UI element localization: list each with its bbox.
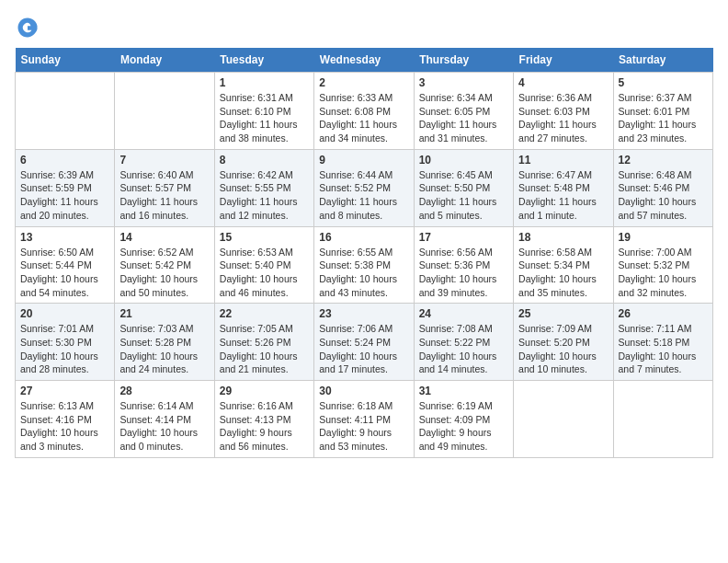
calendar-cell: 22Sunrise: 7:05 AMSunset: 5:26 PMDayligh…: [214, 304, 313, 381]
calendar-cell: 18Sunrise: 6:58 AMSunset: 5:34 PMDayligh…: [514, 226, 613, 304]
day-number: 2: [319, 76, 408, 89]
day-info: Sunrise: 6:58 AMSunset: 5:34 PMDaylight:…: [518, 246, 608, 300]
day-info: Sunrise: 6:40 AMSunset: 5:57 PMDaylight:…: [119, 168, 209, 223]
day-info: Sunrise: 6:34 AMSunset: 6:05 PMDaylight:…: [419, 91, 508, 145]
day-number: 18: [518, 231, 608, 244]
day-number: 8: [220, 154, 309, 167]
day-number: 5: [619, 76, 708, 89]
day-info: Sunrise: 6:53 AMSunset: 5:40 PMDaylight:…: [220, 246, 309, 300]
calendar-cell: 25Sunrise: 7:09 AMSunset: 5:20 PMDayligh…: [514, 304, 613, 381]
day-number: 16: [319, 231, 408, 244]
day-number: 1: [220, 76, 309, 89]
day-number: 24: [419, 307, 508, 320]
calendar-cell: 1Sunrise: 6:31 AMSunset: 6:10 PMDaylight…: [214, 73, 313, 150]
day-number: 14: [119, 231, 209, 244]
calendar-cell: 13Sunrise: 6:50 AMSunset: 5:44 PMDayligh…: [16, 226, 115, 304]
day-number: 13: [20, 231, 109, 244]
day-number: 30: [319, 385, 408, 397]
calendar-cell: 6Sunrise: 6:39 AMSunset: 5:59 PMDaylight…: [16, 149, 115, 226]
calendar-cell: [613, 381, 712, 458]
day-number: 9: [319, 154, 408, 167]
day-number: 25: [518, 307, 608, 320]
calendar-cell: [115, 73, 214, 150]
day-number: 20: [20, 307, 109, 320]
day-number: 22: [220, 307, 309, 320]
calendar-cell: 30Sunrise: 6:18 AMSunset: 4:11 PMDayligh…: [314, 381, 414, 458]
day-info: Sunrise: 6:39 AMSunset: 5:59 PMDaylight:…: [20, 168, 109, 223]
day-info: Sunrise: 6:52 AMSunset: 5:42 PMDaylight:…: [119, 246, 209, 300]
header-tuesday: Tuesday: [214, 48, 313, 73]
day-info: Sunrise: 6:48 AMSunset: 5:46 PMDaylight:…: [619, 168, 708, 223]
day-number: 31: [419, 385, 508, 397]
calendar-cell: [514, 381, 613, 458]
day-info: Sunrise: 7:06 AMSunset: 5:24 PMDaylight:…: [319, 322, 408, 376]
calendar-week-4: 20Sunrise: 7:01 AMSunset: 5:30 PMDayligh…: [16, 304, 713, 381]
logo: [15, 15, 42, 40]
calendar-cell: 2Sunrise: 6:33 AMSunset: 6:08 PMDaylight…: [314, 73, 414, 150]
day-info: Sunrise: 6:37 AMSunset: 6:01 PMDaylight:…: [619, 91, 708, 145]
day-info: Sunrise: 6:16 AMSunset: 4:13 PMDaylight:…: [220, 399, 309, 454]
day-info: Sunrise: 6:42 AMSunset: 5:55 PMDaylight:…: [220, 168, 309, 223]
day-info: Sunrise: 6:50 AMSunset: 5:44 PMDaylight:…: [20, 246, 109, 300]
page-header: [15, 15, 713, 40]
header-friday: Friday: [514, 48, 613, 73]
calendar-cell: [16, 73, 115, 150]
day-number: 6: [20, 154, 109, 167]
calendar-cell: 27Sunrise: 6:13 AMSunset: 4:16 PMDayligh…: [16, 381, 115, 458]
calendar-cell: 28Sunrise: 6:14 AMSunset: 4:14 PMDayligh…: [115, 381, 214, 458]
day-info: Sunrise: 6:45 AMSunset: 5:50 PMDaylight:…: [419, 168, 508, 223]
calendar-cell: 29Sunrise: 6:16 AMSunset: 4:13 PMDayligh…: [214, 381, 313, 458]
calendar-table: SundayMondayTuesdayWednesdayThursdayFrid…: [15, 48, 713, 458]
day-number: 15: [220, 231, 309, 244]
calendar-cell: 7Sunrise: 6:40 AMSunset: 5:57 PMDaylight…: [115, 149, 214, 226]
day-number: 3: [419, 76, 508, 89]
day-info: Sunrise: 6:31 AMSunset: 6:10 PMDaylight:…: [220, 91, 309, 145]
calendar-cell: 17Sunrise: 6:56 AMSunset: 5:36 PMDayligh…: [414, 226, 513, 304]
day-info: Sunrise: 6:47 AMSunset: 5:48 PMDaylight:…: [518, 168, 608, 223]
calendar-cell: 23Sunrise: 7:06 AMSunset: 5:24 PMDayligh…: [314, 304, 414, 381]
calendar-cell: 24Sunrise: 7:08 AMSunset: 5:22 PMDayligh…: [414, 304, 513, 381]
day-info: Sunrise: 6:19 AMSunset: 4:09 PMDaylight:…: [419, 399, 508, 454]
calendar-header-row: SundayMondayTuesdayWednesdayThursdayFrid…: [16, 48, 713, 73]
day-info: Sunrise: 6:55 AMSunset: 5:38 PMDaylight:…: [319, 246, 408, 300]
calendar-cell: 16Sunrise: 6:55 AMSunset: 5:38 PMDayligh…: [314, 226, 414, 304]
day-number: 10: [419, 154, 508, 167]
calendar-cell: 31Sunrise: 6:19 AMSunset: 4:09 PMDayligh…: [414, 381, 513, 458]
day-number: 27: [20, 385, 109, 397]
header-thursday: Thursday: [414, 48, 513, 73]
calendar-cell: 5Sunrise: 6:37 AMSunset: 6:01 PMDaylight…: [613, 73, 712, 150]
day-number: 12: [619, 154, 708, 167]
day-info: Sunrise: 6:14 AMSunset: 4:14 PMDaylight:…: [119, 399, 209, 454]
calendar-cell: 9Sunrise: 6:44 AMSunset: 5:52 PMDaylight…: [314, 149, 414, 226]
day-number: 23: [319, 307, 408, 320]
calendar-cell: 12Sunrise: 6:48 AMSunset: 5:46 PMDayligh…: [613, 149, 712, 226]
calendar-cell: 4Sunrise: 6:36 AMSunset: 6:03 PMDaylight…: [514, 73, 613, 150]
day-number: 11: [518, 154, 608, 167]
day-info: Sunrise: 6:13 AMSunset: 4:16 PMDaylight:…: [20, 399, 109, 454]
day-number: 28: [119, 385, 209, 397]
calendar-cell: 10Sunrise: 6:45 AMSunset: 5:50 PMDayligh…: [414, 149, 513, 226]
day-info: Sunrise: 7:08 AMSunset: 5:22 PMDaylight:…: [419, 322, 508, 376]
header-saturday: Saturday: [613, 48, 712, 73]
header-monday: Monday: [115, 48, 214, 73]
day-number: 4: [518, 76, 608, 89]
calendar-cell: 11Sunrise: 6:47 AMSunset: 5:48 PMDayligh…: [514, 149, 613, 226]
calendar-week-3: 13Sunrise: 6:50 AMSunset: 5:44 PMDayligh…: [16, 226, 713, 304]
calendar-cell: 21Sunrise: 7:03 AMSunset: 5:28 PMDayligh…: [115, 304, 214, 381]
calendar-week-1: 1Sunrise: 6:31 AMSunset: 6:10 PMDaylight…: [16, 73, 713, 150]
calendar-cell: 19Sunrise: 7:00 AMSunset: 5:32 PMDayligh…: [613, 226, 712, 304]
day-info: Sunrise: 6:36 AMSunset: 6:03 PMDaylight:…: [518, 91, 608, 145]
calendar-cell: 15Sunrise: 6:53 AMSunset: 5:40 PMDayligh…: [214, 226, 313, 304]
calendar-cell: 8Sunrise: 6:42 AMSunset: 5:55 PMDaylight…: [214, 149, 313, 226]
day-info: Sunrise: 6:18 AMSunset: 4:11 PMDaylight:…: [319, 399, 408, 454]
day-info: Sunrise: 7:00 AMSunset: 5:32 PMDaylight:…: [619, 246, 708, 300]
day-info: Sunrise: 7:05 AMSunset: 5:26 PMDaylight:…: [220, 322, 309, 376]
calendar-cell: 3Sunrise: 6:34 AMSunset: 6:05 PMDaylight…: [414, 73, 513, 150]
day-info: Sunrise: 7:09 AMSunset: 5:20 PMDaylight:…: [518, 322, 608, 376]
calendar-cell: 26Sunrise: 7:11 AMSunset: 5:18 PMDayligh…: [613, 304, 712, 381]
day-info: Sunrise: 7:03 AMSunset: 5:28 PMDaylight:…: [119, 322, 209, 376]
day-number: 19: [619, 231, 708, 244]
day-number: 26: [619, 307, 708, 320]
day-info: Sunrise: 6:56 AMSunset: 5:36 PMDaylight:…: [419, 246, 508, 300]
day-number: 21: [119, 307, 209, 320]
